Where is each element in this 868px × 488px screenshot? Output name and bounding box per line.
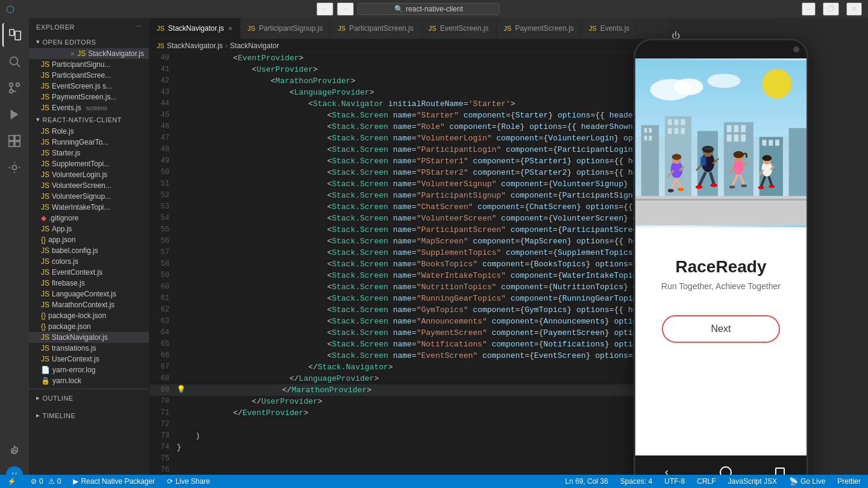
nav-back-button[interactable]: ← [316, 2, 333, 16]
open-editor-paymentscreen[interactable]: JS PaymentScreen.js... [29, 92, 149, 102]
file-packagelockjson[interactable]: {} package-lock.json [29, 310, 149, 321]
js-tab-icon: JS [589, 25, 597, 32]
open-editor-name: ParticipantSignu... [52, 60, 110, 69]
svg-rect-64 [675, 119, 679, 125]
next-button[interactable]: Next [662, 315, 781, 343]
outline-label: Outline [43, 395, 74, 402]
open-editor-participantsignup[interactable]: JS ParticipantSignu... [29, 59, 149, 70]
outline-section-title[interactable]: ▸ Outline [29, 392, 149, 404]
file-appjson[interactable]: {} app.json [29, 234, 149, 245]
tab-stacknavigator[interactable]: JS StackNavigator.js ✕ [149, 18, 241, 39]
file-eventcontext[interactable]: JS EventContext.js [29, 267, 149, 278]
nav-forward-button[interactable]: → [337, 2, 354, 16]
file-translations[interactable]: JS translations.js [29, 343, 149, 354]
breadcrumb-symbol[interactable]: StackNavigator [230, 42, 279, 50]
cursor-position[interactable]: Ln 69, Col 36 [562, 477, 610, 486]
open-editor-stacknavigator[interactable]: ✕ JS StackNavigator.js [29, 48, 149, 59]
file-waterintaketopics[interactable]: JS WaterIntakeTopi... [29, 202, 149, 213]
file-volunteerlogin[interactable]: JS VolunteerLogin.js [29, 169, 149, 180]
tab-participantscreen[interactable]: JS ParticipantScreen.js [330, 18, 421, 39]
js-file-icon: JS [41, 181, 49, 190]
errors-status[interactable]: ⊘ 0 ⚠ 0 [28, 477, 63, 486]
settings-activity-icon[interactable] [2, 440, 27, 464]
window-close-button[interactable]: ✕ [846, 2, 862, 16]
language-status[interactable]: JavaScript JSX [726, 477, 779, 486]
open-editor-name: Events.js [52, 104, 81, 112]
tab-close-icon[interactable]: ✕ [228, 25, 233, 32]
js-file-icon: JS [41, 104, 49, 112]
go-live-status[interactable]: 📡 Go Live [787, 477, 828, 486]
file-babelconfig[interactable]: JS babel.config.js [29, 245, 149, 256]
file-yarnlock[interactable]: 🔒 yarn.lock [29, 375, 149, 386]
svg-rect-10 [15, 136, 20, 140]
live-share-status[interactable]: ⟳ Live Share [165, 477, 212, 486]
line-num: 40 [149, 52, 177, 64]
remote-status[interactable]: ⚡ [5, 477, 21, 486]
sidebar-menu-icon[interactable]: ⋯ [135, 23, 142, 31]
project-section[interactable]: ▾ React-Native-Client [29, 113, 149, 126]
remote-activity-icon[interactable] [2, 155, 27, 180]
js-file-icon: JS [41, 301, 49, 309]
open-editor-name: ParticipantScree... [52, 71, 111, 80]
run-debug-activity-icon[interactable] [2, 102, 27, 127]
file-usercontext[interactable]: JS UserContext.js [29, 354, 149, 364]
file-packagejson[interactable]: {} package.json [29, 321, 149, 332]
file-name: MarathonContext.js [52, 301, 115, 309]
line-num: 65 [149, 339, 177, 350]
prettier-status[interactable]: Prettier [835, 477, 863, 486]
line-num: 59 [149, 270, 177, 281]
outline-section: ▸ Outline [29, 389, 149, 407]
svg-rect-61 [649, 136, 652, 140]
extensions-activity-icon[interactable] [2, 129, 27, 153]
file-volunteersignup[interactable]: JS VolunteerSignup... [29, 191, 149, 202]
file-name: package-lock.json [48, 311, 106, 320]
file-starter[interactable]: JS Starter.js [29, 148, 149, 158]
file-name: UserContext.js [52, 355, 99, 363]
file-runninggear[interactable]: JS RunningGearTo... [29, 137, 149, 148]
open-editor-participantscreen[interactable]: JS ParticipantScree... [29, 70, 149, 81]
line-num: 62 [149, 304, 177, 316]
open-editor-eventscreen[interactable]: JS EventScreen.js s... [29, 81, 149, 92]
breadcrumb-file[interactable]: StackNavigator.js [167, 42, 223, 50]
spaces-status[interactable]: Spaces: 4 [618, 477, 655, 486]
file-yarnerrorlog[interactable]: 📄 yarn-error.log [29, 364, 149, 375]
file-volunteerscreen[interactable]: JS VolunteerScreen... [29, 180, 149, 191]
titlebar-search[interactable]: 🔍 react-native-client [357, 3, 500, 15]
line-ending-status[interactable]: CRLF [694, 477, 718, 486]
lightbulb-icon[interactable]: 💡 [177, 384, 186, 396]
file-marathoncontext[interactable]: JS MarathonContext.js [29, 299, 149, 310]
window-restore-button[interactable]: ❐ [823, 2, 839, 16]
phone-topbar [635, 40, 807, 58]
camera-icon [793, 46, 799, 52]
source-control-activity-icon[interactable] [2, 76, 27, 100]
packager-label: React Native Packager [81, 477, 155, 486]
open-editor-events[interactable]: JS Events.js screens [29, 102, 149, 113]
svg-marker-8 [11, 110, 19, 120]
file-role[interactable]: JS Role.js [29, 126, 149, 137]
open-editors-section[interactable]: ▾ Open Editors [29, 36, 149, 48]
encoding-status[interactable]: UTF-8 [662, 477, 687, 486]
svg-point-115 [763, 155, 772, 161]
close-editor-icon[interactable]: ✕ [70, 51, 75, 57]
tab-events[interactable]: JS Events.js [582, 18, 638, 39]
tab-participantsignup[interactable]: JS ParticipantSignup.js [241, 18, 331, 39]
file-colors[interactable]: JS colors.js [29, 256, 149, 267]
file-supplementtopics[interactable]: JS SupplementTopi... [29, 158, 149, 169]
file-firebase[interactable]: JS firebase.js [29, 278, 149, 289]
svg-rect-83 [635, 199, 807, 201]
tab-eventscreen[interactable]: JS EventScreen.js [421, 18, 497, 39]
phone-illustration [635, 58, 807, 227]
tab-paymentscreen[interactable]: JS PaymentScreen.js [497, 18, 582, 39]
timeline-section-title[interactable]: ▸ Timeline [29, 409, 149, 422]
file-languagecontext[interactable]: JS LanguageContext.js [29, 289, 149, 299]
chevron-down-icon: ▾ [36, 38, 40, 46]
search-activity-icon[interactable] [2, 49, 27, 74]
window-minimize-button[interactable]: – [802, 2, 816, 16]
explorer-activity-icon[interactable] [2, 23, 27, 47]
file-stacknavigator[interactable]: JS StackNavigator.js [29, 332, 149, 343]
file-gitignore[interactable]: ◆ .gitignore [29, 213, 149, 224]
phone-container: ⏻ 🔊 🔉 ✏ ⊕ ⊖ ↺ 📷 [669, 18, 868, 475]
line-num: 52 [149, 190, 177, 201]
packager-status[interactable]: ▶ React Native Packager [71, 477, 157, 486]
file-appjs[interactable]: JS App.js [29, 224, 149, 234]
